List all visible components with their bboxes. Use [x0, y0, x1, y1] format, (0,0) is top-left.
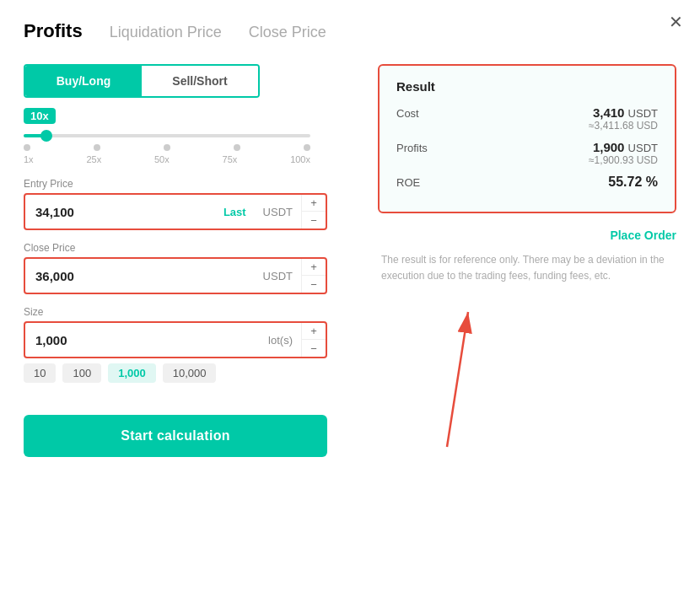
- leverage-label-75x: 75x: [223, 154, 238, 164]
- entry-price-increment[interactable]: +: [302, 195, 326, 212]
- roe-row: ROE 55.72 %: [396, 175, 658, 190]
- entry-price-label: Entry Price: [24, 178, 361, 190]
- leverage-label-1x: 1x: [24, 154, 34, 164]
- leverage-area: 10x 1x 25x 50x: [24, 108, 361, 164]
- buy-long-button[interactable]: Buy/Long: [25, 66, 142, 96]
- cost-number: 3,410: [593, 105, 625, 120]
- tab-close-price[interactable]: Close Price: [249, 24, 326, 43]
- profits-row: Profits 1,900 USDT ≈1,900.93 USD: [396, 140, 658, 166]
- close-price-row: USDT + −: [24, 257, 327, 294]
- size-label: Size: [24, 306, 361, 318]
- profits-value: 1,900 USDT ≈1,900.93 USD: [589, 140, 658, 166]
- dot-4: [234, 144, 240, 151]
- size-increment[interactable]: +: [302, 323, 326, 340]
- sell-short-button[interactable]: Sell/Short: [142, 66, 258, 96]
- cost-sub-val: ≈3,411.68 USD: [589, 120, 658, 132]
- size-opt-100[interactable]: 100: [62, 363, 101, 383]
- close-price-decrement[interactable]: −: [302, 276, 326, 293]
- profits-sub-val: ≈1,900.93 USD: [589, 154, 658, 166]
- cost-unit: USDT: [628, 107, 658, 120]
- dot-1: [24, 144, 30, 151]
- dot-5: [304, 144, 310, 151]
- entry-price-row: Last USDT + −: [24, 193, 327, 230]
- roe-number: 55.72 %: [608, 175, 658, 189]
- size-decrement[interactable]: −: [302, 340, 326, 357]
- close-price-steppers: + −: [301, 259, 326, 293]
- profits-main-val: 1,900 USDT: [593, 140, 658, 154]
- cost-row: Cost 3,410 USDT ≈3,411.68 USD: [396, 105, 658, 132]
- profits-unit: USDT: [628, 142, 658, 154]
- profits-label: Profits: [396, 140, 428, 154]
- entry-price-last-label: Last: [215, 206, 255, 218]
- entry-price-input[interactable]: [25, 196, 215, 228]
- leverage-track[interactable]: [24, 134, 310, 137]
- entry-price-group: Entry Price Last USDT + −: [24, 178, 361, 230]
- left-panel: Buy/Long Sell/Short 10x: [24, 64, 361, 457]
- tab-liquidation[interactable]: Liquidation Price: [110, 24, 222, 43]
- dot-2: [94, 144, 100, 151]
- close-price-increment[interactable]: +: [302, 259, 326, 276]
- size-row: lot(s) + −: [24, 321, 327, 358]
- leverage-label-50x: 50x: [154, 154, 170, 164]
- main-layout: Buy/Long Sell/Short 10x: [24, 64, 676, 457]
- size-options: 10 100 1,000 10,000: [24, 363, 361, 383]
- slider-dots: [24, 144, 310, 151]
- close-price-input[interactable]: [25, 261, 255, 292]
- profits-number: 1,900: [593, 140, 625, 154]
- roe-label: ROE: [396, 175, 420, 189]
- size-input[interactable]: [25, 325, 260, 356]
- leverage-thumb[interactable]: [40, 130, 52, 142]
- close-button[interactable]: ✕: [669, 13, 683, 30]
- close-price-group: Close Price USDT + −: [24, 242, 361, 294]
- size-opt-10000[interactable]: 10,000: [163, 363, 217, 383]
- leverage-label-25x: 25x: [86, 154, 101, 164]
- size-steppers: + −: [301, 323, 326, 357]
- buy-sell-toggle: Buy/Long Sell/Short: [24, 64, 260, 98]
- tab-profits[interactable]: Profits: [24, 20, 83, 44]
- leverage-badge: 10x: [24, 108, 56, 124]
- entry-price-usdt-label: USDT: [255, 206, 301, 218]
- close-price-label: Close Price: [24, 242, 361, 254]
- close-price-usdt-label: USDT: [255, 270, 301, 282]
- tab-bar: Profits Liquidation Price Close Price: [24, 20, 676, 44]
- result-box: Result Cost 3,410 USDT ≈3,411.68 USD Pro…: [378, 64, 676, 213]
- entry-price-steppers: + −: [301, 195, 326, 229]
- size-opt-10[interactable]: 10: [24, 363, 56, 383]
- leverage-labels: 1x 25x 50x 75x 100x: [24, 154, 310, 164]
- size-group: Size lot(s) + − 10 100 1,000 10,000: [24, 306, 361, 396]
- roe-value: 55.72 %: [608, 175, 658, 190]
- size-unit-label: lot(s): [260, 334, 301, 347]
- cost-label: Cost: [396, 105, 419, 120]
- cost-value: 3,410 USDT ≈3,411.68 USD: [589, 105, 658, 132]
- result-title: Result: [396, 79, 658, 94]
- right-panel: Result Cost 3,410 USDT ≈3,411.68 USD Pro…: [378, 64, 676, 457]
- size-opt-1000[interactable]: 1,000: [108, 363, 156, 383]
- entry-price-decrement[interactable]: −: [302, 212, 326, 229]
- start-calculation-button[interactable]: Start calculation: [24, 415, 327, 457]
- leverage-slider-container: [24, 134, 310, 137]
- dot-3: [164, 144, 170, 151]
- modal: ✕ Profits Liquidation Price Close Price …: [0, 0, 700, 613]
- leverage-label-100x: 100x: [290, 154, 310, 164]
- disclaimer: The result is for reference only. There …: [378, 252, 676, 284]
- cost-main-val: 3,410 USDT: [593, 105, 658, 120]
- place-order-link[interactable]: Place Order: [378, 225, 676, 245]
